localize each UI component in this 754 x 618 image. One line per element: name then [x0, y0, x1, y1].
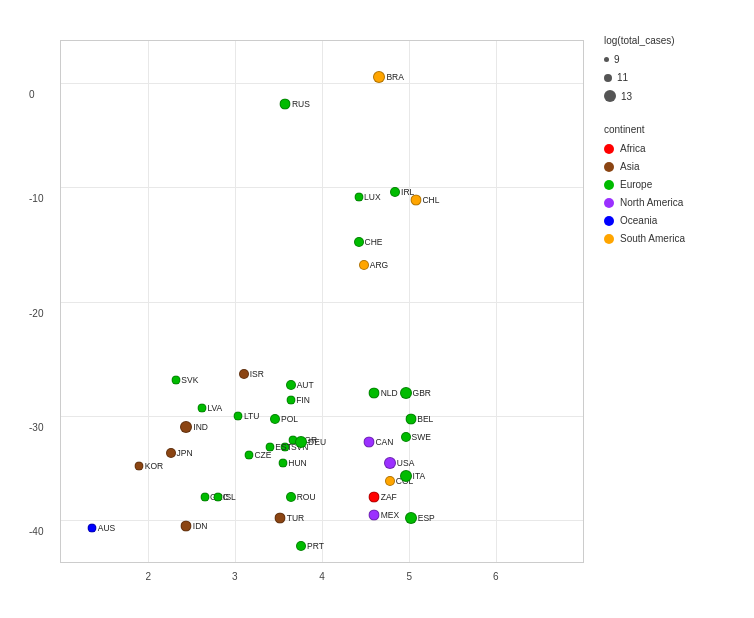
grid-line-vertical	[235, 41, 236, 562]
data-point	[88, 524, 97, 533]
legend-color-row: Oceania	[604, 215, 744, 226]
data-point-label: ARG	[370, 260, 388, 270]
data-point	[239, 369, 249, 379]
data-point-label: HUN	[288, 458, 306, 468]
data-point-label: ROU	[297, 492, 316, 502]
data-point	[384, 457, 396, 469]
legend-color-dot	[604, 216, 614, 226]
legend-size-dot	[604, 74, 612, 82]
data-point-label: SVK	[181, 375, 198, 385]
data-point	[410, 194, 421, 205]
data-point-label: LUX	[364, 192, 381, 202]
data-point	[359, 260, 369, 270]
data-point-label: ITA	[413, 471, 426, 481]
data-point	[400, 470, 412, 482]
grid-line-vertical	[496, 41, 497, 562]
data-point-label: CHE	[365, 237, 383, 247]
legend-color-label: Oceania	[620, 215, 657, 226]
y-axis-tick: -30	[29, 422, 43, 433]
legend-size-label: 9	[614, 54, 620, 65]
data-point	[296, 541, 306, 551]
legend-color-label: North America	[620, 197, 683, 208]
data-point	[278, 459, 287, 468]
data-point	[385, 476, 395, 486]
data-point	[197, 404, 206, 413]
data-point	[280, 98, 291, 109]
data-point	[135, 461, 144, 470]
data-point-label: BRA	[386, 72, 403, 82]
data-point	[369, 510, 380, 521]
legend-color-title: continent	[604, 124, 744, 135]
data-point	[373, 71, 385, 83]
legend-size-row: 13	[604, 90, 744, 102]
data-point	[354, 193, 363, 202]
data-point	[181, 520, 192, 531]
data-point	[244, 451, 253, 460]
legend-color-label: Africa	[620, 143, 646, 154]
data-point	[166, 448, 176, 458]
data-point	[265, 443, 274, 452]
data-point	[234, 412, 243, 421]
legend-color-label: Europe	[620, 179, 652, 190]
data-point	[281, 443, 290, 452]
data-point-label: IND	[193, 422, 208, 432]
data-point-label: CHL	[422, 195, 439, 205]
data-point	[354, 237, 364, 247]
data-point	[286, 492, 296, 502]
data-point	[369, 387, 380, 398]
legend-color-dot	[604, 144, 614, 154]
legend-color-row: Europe	[604, 179, 744, 190]
data-point-label: FIN	[296, 395, 310, 405]
data-point	[390, 187, 400, 197]
legend-color-dot	[604, 234, 614, 244]
legend-color-dot	[604, 198, 614, 208]
data-point	[405, 413, 416, 424]
legend-size-label: 13	[621, 91, 632, 102]
data-point	[213, 492, 222, 501]
data-point	[275, 512, 286, 523]
legend-area: log(total_cases)91113continentAfricaAsia…	[594, 0, 754, 618]
x-axis-tick: 3	[232, 571, 238, 582]
data-point	[400, 387, 412, 399]
y-axis-tick: -10	[29, 192, 43, 203]
grid-line-vertical	[409, 41, 410, 562]
chart-area: 234560-10-20-30-40AUSKORJPNIDNINDLVASVKG…	[0, 0, 594, 618]
plot-area: 234560-10-20-30-40AUSKORJPNIDNINDLVASVKG…	[60, 40, 584, 563]
main-container: 234560-10-20-30-40AUSKORJPNIDNINDLVASVKG…	[0, 0, 754, 618]
legend-size-dot	[604, 90, 616, 102]
data-point	[401, 432, 411, 442]
legend-size-row: 9	[604, 54, 744, 65]
y-axis-tick: -40	[29, 526, 43, 537]
x-axis-tick: 5	[406, 571, 412, 582]
data-point-label: JPN	[177, 448, 193, 458]
legend-size-title: log(total_cases)	[604, 35, 744, 46]
data-point	[270, 414, 280, 424]
data-point	[171, 375, 180, 384]
grid-line-vertical	[148, 41, 149, 562]
data-point-label: SWE	[412, 432, 431, 442]
data-point-label: ZAF	[381, 492, 397, 502]
data-point-label: NLD	[381, 388, 398, 398]
data-point-label: AUS	[98, 523, 115, 533]
data-point-label: ISR	[250, 369, 264, 379]
data-point-label: LVA	[207, 403, 222, 413]
legend-color-row: North America	[604, 197, 744, 208]
legend-size-dot	[604, 57, 609, 62]
data-point-label: USA	[397, 458, 414, 468]
grid-line-vertical	[322, 41, 323, 562]
legend-size-label: 11	[617, 72, 628, 83]
data-point	[369, 491, 380, 502]
x-axis-tick: 6	[493, 571, 499, 582]
legend-color-label: South America	[620, 233, 685, 244]
data-point-label: AUT	[297, 380, 314, 390]
data-point	[405, 512, 417, 524]
data-point-label: IDN	[193, 521, 208, 531]
data-point-label: CAN	[375, 437, 393, 447]
data-point	[180, 421, 192, 433]
x-axis-tick: 2	[145, 571, 151, 582]
data-point-label: DEU	[308, 437, 326, 447]
data-point	[363, 437, 374, 448]
legend-color-row: Asia	[604, 161, 744, 172]
data-point-label: RUS	[292, 99, 310, 109]
x-axis-tick: 4	[319, 571, 325, 582]
